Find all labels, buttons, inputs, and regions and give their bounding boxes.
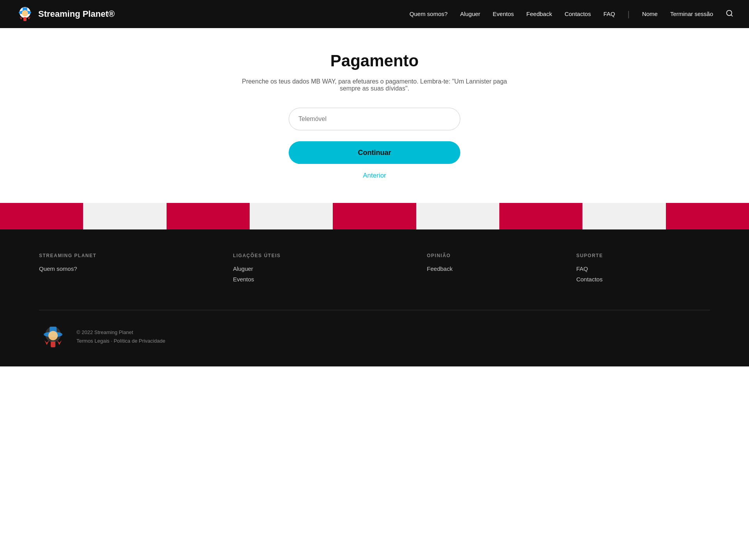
- stripe-red-3: [333, 203, 416, 229]
- stripe-light-4: [582, 203, 666, 229]
- nav-contactos[interactable]: Contactos: [564, 11, 591, 17]
- nav-logo[interactable]: Streaming Planet®: [16, 5, 115, 23]
- nav-aluguer[interactable]: Aluguer: [460, 11, 480, 17]
- nav-feedback[interactable]: Feedback: [526, 11, 552, 17]
- nav-faq[interactable]: FAQ: [603, 11, 615, 17]
- footer-grid: STREAMING PLANET Quem somos? LIGAÇÕES ÚT…: [39, 253, 710, 286]
- footer-termos[interactable]: Termos Legais: [76, 338, 110, 344]
- svg-point-12: [48, 331, 58, 340]
- nav-quem-somos[interactable]: Quem somos?: [410, 11, 448, 17]
- footer-col-suporte: SUPORTE FAQ Contactos: [576, 253, 710, 286]
- svg-rect-6: [23, 17, 27, 21]
- footer-copyright-block: © 2022 Streaming Planet Termos Legais · …: [76, 328, 165, 345]
- svg-rect-15: [51, 341, 55, 347]
- stripe-decoration: [0, 203, 749, 229]
- footer-legal: Termos Legais · Política de Privacidade: [76, 337, 165, 345]
- stripe-light-1: [83, 203, 166, 229]
- nav-logo-text: Streaming Planet®: [38, 9, 115, 19]
- footer-col-streaming-planet: STREAMING PLANET Quem somos?: [39, 253, 217, 286]
- footer-col1-title: STREAMING PLANET: [39, 253, 217, 258]
- stripe-red-5: [666, 203, 749, 229]
- stripe-red-2: [167, 203, 250, 229]
- page-subtitle: Preenche os teus dados MB WAY, para efet…: [238, 78, 511, 92]
- navbar: Streaming Planet® Quem somos? Aluguer Ev…: [0, 0, 749, 28]
- anterior-link[interactable]: Anterior: [363, 172, 386, 180]
- search-icon[interactable]: [726, 11, 733, 19]
- footer-col3-title: OPINIÃO: [427, 253, 561, 258]
- footer-col2-title: LIGAÇÕES ÚTEIS: [233, 253, 411, 258]
- nav-user[interactable]: Nome: [642, 11, 658, 17]
- footer-feedback[interactable]: Feedback: [427, 265, 561, 272]
- footer-col4-title: SUPORTE: [576, 253, 710, 258]
- stripe-red-4: [499, 203, 582, 229]
- footer-contactos[interactable]: Contactos: [576, 276, 710, 283]
- footer-privacidade[interactable]: Política de Privacidade: [114, 338, 165, 344]
- svg-marker-13: [44, 340, 49, 345]
- logo-icon: [16, 5, 34, 23]
- footer-col-opiniao: OPINIÃO Feedback: [427, 253, 561, 286]
- svg-marker-4: [20, 16, 23, 20]
- footer-logo-icon: [39, 323, 67, 351]
- footer-bottom: © 2022 Streaming Planet Termos Legais · …: [39, 310, 710, 351]
- footer-copyright: © 2022 Streaming Planet: [76, 328, 165, 337]
- footer-quem-somos[interactable]: Quem somos?: [39, 265, 217, 272]
- footer-col-ligacoes: LIGAÇÕES ÚTEIS Aluguer Eventos: [233, 253, 411, 286]
- svg-line-8: [731, 14, 733, 16]
- nav-eventos[interactable]: Eventos: [493, 11, 514, 17]
- footer-faq[interactable]: FAQ: [576, 265, 710, 272]
- stripe-light-2: [250, 203, 333, 229]
- footer-eventos[interactable]: Eventos: [233, 276, 411, 283]
- svg-point-3: [22, 10, 28, 16]
- phone-input[interactable]: [289, 108, 460, 130]
- nav-signout[interactable]: Terminar sessão: [670, 11, 713, 17]
- stripe-light-3: [416, 203, 499, 229]
- svg-marker-5: [27, 16, 30, 20]
- nav-links: Quem somos? Aluguer Eventos Feedback Con…: [410, 9, 733, 19]
- footer-aluguer[interactable]: Aluguer: [233, 265, 411, 272]
- continue-button[interactable]: Continuar: [289, 141, 460, 164]
- footer: STREAMING PLANET Quem somos? LIGAÇÕES ÚT…: [0, 229, 749, 366]
- nav-divider: |: [628, 10, 630, 18]
- main-content: Pagamento Preenche os teus dados MB WAY,…: [0, 28, 749, 203]
- svg-marker-14: [57, 340, 62, 345]
- page-title: Pagamento: [330, 52, 419, 70]
- stripe-red-1: [0, 203, 83, 229]
